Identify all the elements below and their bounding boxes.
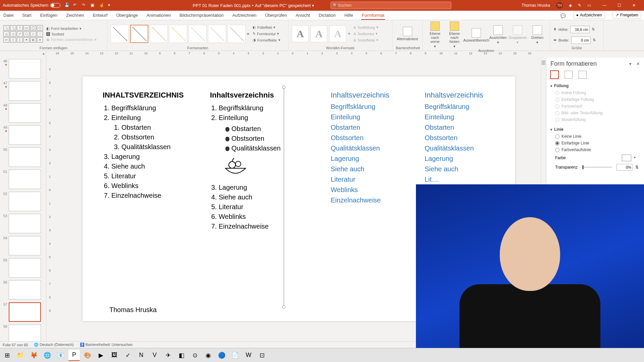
search-input[interactable]	[338, 3, 449, 8]
thumbnail-slide[interactable]: 48★	[1, 103, 45, 123]
fill-section-header[interactable]: Füllung	[550, 82, 640, 89]
tab-ueberpruefen[interactable]: Überprüfen	[264, 11, 287, 20]
slide-thumbnails[interactable]: 46★47★48★49★50515253545556575859	[0, 58, 46, 341]
pen-icon[interactable]: ✎	[578, 3, 581, 8]
thumbnail-slide[interactable]: 49★	[1, 125, 45, 145]
word-icon[interactable]: W	[243, 350, 254, 361]
vertical-ruler[interactable]: 9876543210123456789	[46, 58, 56, 341]
tab-ansicht[interactable]: Ansicht	[295, 11, 311, 20]
thumbnail-slide[interactable]: 54	[1, 236, 45, 255]
touch-icon[interactable]: ☝	[99, 3, 105, 8]
edit-shape-button[interactable]: ◧ Form bearbeiten ▾	[46, 26, 97, 31]
spinner-icon[interactable]: ⇅	[593, 38, 596, 42]
tab-animationen[interactable]: Animationen	[146, 11, 171, 20]
wordart-gallery[interactable]: A A A ▾	[292, 25, 350, 42]
thumbnail-slide[interactable]: 50	[1, 147, 45, 167]
window-mode-icon[interactable]: ▭	[587, 3, 591, 8]
size-tab-icon[interactable]	[579, 71, 587, 79]
line-gradient-radio[interactable]: Farbverlaufslinie	[550, 146, 640, 153]
thumbnail-slide[interactable]: 57	[1, 302, 45, 322]
powerpoint-icon[interactable]: P	[68, 350, 80, 361]
transparency-slider[interactable]	[582, 167, 612, 168]
accessibility-check[interactable]: ♿ Barrierefreiheit: Untersuchen	[80, 343, 133, 347]
thumbnail-slide[interactable]: 46★	[1, 59, 45, 78]
tab-uebergaenge[interactable]: Übergänge	[116, 11, 139, 20]
tab-hilfe[interactable]: Hilfe	[344, 11, 354, 20]
align-button[interactable]: Ausrichten▾	[489, 25, 507, 45]
panel-options-icon[interactable]: ▾	[629, 61, 632, 66]
thumbnail-slide[interactable]: 58	[1, 324, 45, 341]
line-solid-radio[interactable]: Einfarbige Linie	[550, 140, 640, 146]
diamond-icon[interactable]: ◈	[569, 3, 572, 8]
fill-effect-button[interactable]: ◐ Fülleffekt ▾	[253, 25, 280, 29]
effects-tab-icon[interactable]	[565, 71, 573, 79]
gallery-more-icon[interactable]: ▾	[348, 32, 350, 36]
search-box[interactable]: 🔍	[330, 2, 451, 9]
app-icon[interactable]: ⊡	[256, 350, 268, 361]
autosave-toggle[interactable]: Automatisches Speichern	[3, 3, 60, 8]
height-field[interactable]: ⬍Höhe: ⇅	[553, 26, 596, 33]
comments-icon[interactable]: 💬	[560, 13, 566, 18]
spinner-icon[interactable]: ⇅	[635, 165, 639, 170]
undo-icon[interactable]: ↶	[73, 3, 78, 8]
autosave-switch-icon[interactable]	[50, 3, 60, 8]
explorer-icon[interactable]: 📁	[15, 350, 26, 361]
photos-icon[interactable]: 🖼	[109, 350, 120, 361]
qat-more-icon[interactable]: ▾	[108, 3, 113, 8]
textfield-button[interactable]: 🅰 Textfeld	[46, 32, 97, 36]
app-icon[interactable]: 📄	[229, 350, 241, 361]
spinner-icon[interactable]: ⇅	[592, 27, 595, 32]
shape-effects-button[interactable]: ◑ Formeffekte ▾	[253, 38, 280, 42]
width-input[interactable]	[571, 37, 591, 44]
share-button[interactable]: ↗ Freigeben	[612, 11, 641, 19]
app-icon[interactable]: ◉	[203, 350, 214, 361]
selection-pane-button[interactable]: Auswahlbereich	[465, 28, 488, 42]
toc-column-3[interactable]: Inhaltsverzeichnis Begriffsklärung Einte…	[331, 90, 411, 231]
onenote-icon[interactable]: N	[136, 350, 147, 361]
width-field[interactable]: ⬌Breite: ⇅	[553, 37, 596, 44]
shape-handle-top[interactable]	[282, 85, 285, 89]
fill-line-tab-icon[interactable]	[550, 71, 558, 79]
visio-icon[interactable]: V	[149, 350, 160, 361]
bring-forward-button[interactable]: Ebene nach vorne▾	[426, 21, 444, 49]
tab-bildschirm[interactable]: Bildschirmpräsentation	[179, 11, 224, 20]
thumbnail-slide[interactable]: 55	[1, 258, 45, 278]
user-avatar[interactable]: TH	[556, 2, 563, 9]
thumbnail-slide[interactable]: 56	[1, 280, 45, 300]
redo-icon[interactable]: ↷	[82, 3, 87, 8]
shape-outline-button[interactable]: ✎ Formkontur ▾	[253, 32, 280, 36]
thumbnail-slide[interactable]: 51	[1, 170, 45, 189]
toc-column-2[interactable]: Inhaltsverzeichnis Begriffsklärung Einte…	[210, 90, 297, 231]
record-button[interactable]: ● Aufzeichnen	[573, 11, 605, 19]
chevron-down-icon[interactable]: ▾	[312, 3, 314, 8]
close-button[interactable]: ✕	[627, 0, 641, 11]
transparency-input[interactable]	[616, 164, 633, 171]
telegram-icon[interactable]: ✈	[162, 350, 174, 361]
line-none-radio[interactable]: Keine Linie	[550, 133, 640, 140]
outlook-icon[interactable]: 📧	[55, 350, 66, 361]
thumbnail-slide[interactable]: 47★	[1, 81, 45, 101]
thumbnail-slide[interactable]: 52	[1, 192, 45, 211]
rotate-button[interactable]: Drehen▾	[528, 25, 546, 45]
merge-shapes-button[interactable]: ◉ Formen zusammenführen ▾	[46, 38, 97, 42]
language-indicator[interactable]: 🌐 Deutsch (Österreich)	[34, 343, 74, 347]
shapes-gallery[interactable]: ╲╲└▭◯⬠ △◇↗⬡☆⋮ ↩{}✦⊞▾	[3, 25, 43, 43]
start-button[interactable]: ⊞	[1, 350, 13, 361]
chrome-icon[interactable]: 🌐	[42, 350, 53, 361]
height-input[interactable]	[570, 26, 590, 33]
todo-icon[interactable]: ✓	[122, 350, 133, 361]
line-color-picker[interactable]	[622, 155, 631, 161]
document-title[interactable]: PPT 01 Roter Faden 001.pptx • Auf "diese…	[193, 3, 315, 8]
tab-formformat[interactable]: Formformat	[361, 11, 385, 20]
app-icon[interactable]: ◧	[176, 350, 187, 361]
present-icon[interactable]: ▣	[91, 3, 96, 8]
thumbnail-slide[interactable]: 53	[1, 214, 45, 233]
shape-handle-bottom[interactable]	[282, 305, 285, 309]
tab-aufzeichnen[interactable]: Aufzeichnen	[232, 11, 257, 20]
alt-text-button[interactable]: Alternativtext	[396, 27, 419, 41]
gallery-more-icon[interactable]: ▾	[247, 31, 249, 37]
firefox-icon[interactable]: 🦊	[28, 350, 40, 361]
line-section-header[interactable]: Linie	[550, 126, 640, 133]
tab-entwurf[interactable]: Entwurf	[92, 11, 108, 20]
user-name[interactable]: Thomas Hruska	[522, 3, 550, 8]
